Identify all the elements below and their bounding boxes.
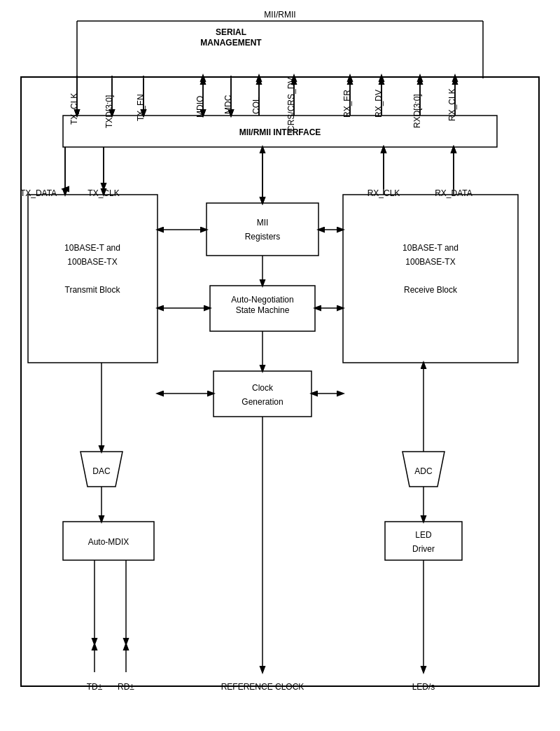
tx-data-label: TX_DATA: [20, 188, 57, 198]
rx-dv-label: RX_DV: [374, 90, 384, 118]
transmit-block-line2: 100BASE-TX: [67, 257, 117, 267]
svg-rect-21: [28, 195, 158, 363]
td-pm-label: TD±: [87, 682, 103, 692]
svg-rect-31: [214, 371, 312, 417]
crs-label: CRS/CRS_DV: [286, 78, 296, 132]
auto-neg-line2: State Machine: [236, 305, 290, 315]
transmit-block-line3: Transmit Block: [65, 285, 121, 295]
mii-rmii-top-label: MII/RMII: [264, 10, 295, 20]
mdio-label: MDIO: [195, 96, 205, 118]
rxd-label: RXD[3:0]: [412, 94, 422, 128]
led-driver-line1: LED: [415, 530, 432, 540]
receive-block-line3: Receive Block: [404, 285, 458, 295]
rx-clk-top-label: RX_CLK: [447, 88, 457, 121]
clock-gen-line1: Clock: [252, 383, 274, 393]
mii-registers-line2: Registers: [245, 232, 281, 242]
svg-rect-23: [206, 203, 318, 256]
reference-clock-label: REFERENCE CLOCK: [221, 682, 304, 692]
svg-rect-41: [385, 522, 462, 560]
mdc-label: MDC: [223, 95, 233, 114]
mii-rmii-interface-label: MII/RMII INTERFACE: [239, 127, 321, 137]
transmit-block-line1: 10BASE-T and: [64, 243, 120, 253]
svg-rect-0: [21, 77, 539, 686]
rd-pm-label: RD±: [118, 682, 134, 692]
tx-clk-label: TX_CLK: [69, 93, 79, 125]
rx-er-label: RX_ER: [342, 90, 352, 118]
mii-registers-line1: MII: [257, 218, 269, 228]
receive-block-line1: 10BASE-T and: [402, 243, 458, 253]
receive-block-line2: 100BASE-TX: [405, 257, 455, 267]
txd-label: TXD[3:0]: [104, 95, 114, 128]
serial-mgmt-label: SERIAL: [216, 27, 246, 37]
auto-neg-line1: Auto-Negotiation: [231, 295, 293, 305]
adc-label: ADC: [414, 466, 433, 476]
col-label: COL: [251, 97, 261, 114]
dac-label: DAC: [92, 466, 111, 476]
led-driver-line2: Driver: [412, 544, 435, 554]
svg-rect-22: [343, 195, 518, 363]
auto-mdix-label: Auto-MDIX: [88, 537, 130, 547]
tx-en-label: TX_EN: [136, 94, 146, 121]
diagram-container: MII/RMII TX_CLK TXD[3:0] TX_EN SERIAL MA…: [0, 0, 560, 731]
serial-mgmt-label2: MANAGEMENT: [200, 38, 262, 48]
led-s-label: LED/s: [412, 682, 435, 692]
clock-gen-line2: Generation: [241, 397, 283, 407]
